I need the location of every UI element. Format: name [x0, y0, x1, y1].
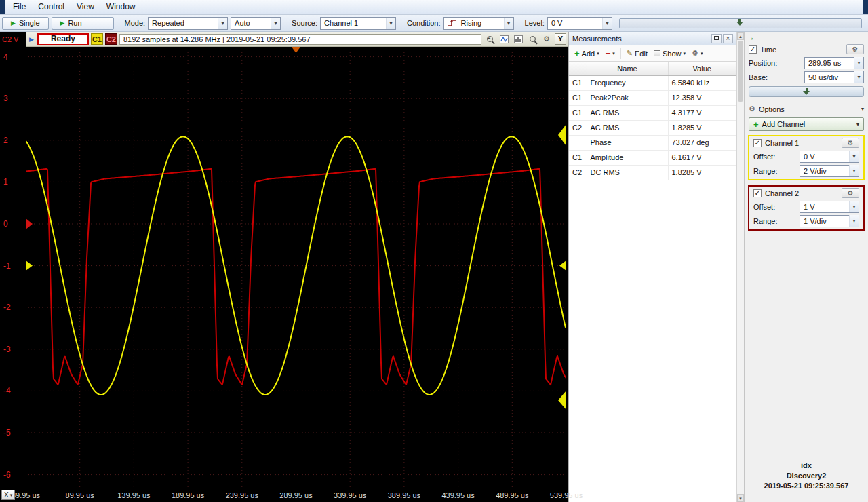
channel1-group: ✓ Channel 1 ⚙ Offset: 0 V ▾ Range: 2 V/d… — [748, 135, 865, 180]
tab-channel1[interactable]: C1 — [91, 33, 103, 45]
options-row[interactable]: ⚙ Options ▾ — [745, 102, 868, 115]
base-label: Base: — [749, 73, 768, 81]
y-axis-button[interactable]: Y — [555, 33, 566, 45]
channel1-header: ✓ Channel 1 ⚙ — [749, 136, 863, 149]
collapse-arrow-icon[interactable]: ▶ — [28, 36, 35, 43]
condition-select[interactable]: Rising ▾ — [443, 17, 514, 30]
channel1-offset-row: Offset: 0 V ▾ — [749, 149, 863, 163]
slider-marker-icon[interactable] — [736, 19, 743, 26]
measurements-title: Measurements — [572, 35, 622, 43]
vertical-scrollbar[interactable]: ▲ ▼ — [736, 32, 744, 502]
zoom-in-icon[interactable]: + — [484, 33, 496, 45]
trigger-auto-select[interactable]: Auto ▾ — [231, 17, 281, 30]
measurement-row[interactable]: C1Peak2Peak12.358 V — [569, 90, 736, 105]
measurement-row[interactable]: C2AC RMS1.8285 V — [569, 120, 736, 135]
measurements-table: Name Value C1Frequency6.5840 kHzC1Peak2P… — [569, 62, 736, 180]
channel2-range-row: Range: 1 V/div ▾ — [749, 214, 863, 228]
trigger-level-slider[interactable] — [619, 18, 862, 28]
time-position-input[interactable]: 289.95 us ▾ — [804, 57, 864, 69]
device-timestamp: 2019-05-21 09:25:39.567 — [745, 481, 868, 491]
add-measurement-button[interactable]: + Add ▾ — [572, 47, 602, 60]
scope-panel: C2 V ▶ Ready C1 C2 8192 samples at 14.28… — [0, 32, 568, 502]
measurement-value: 1.8285 V — [668, 120, 736, 135]
time-checkbox[interactable]: ✓ — [749, 45, 757, 54]
divider — [620, 48, 621, 59]
menu-file[interactable]: File — [7, 0, 32, 14]
time-settings-button[interactable]: ⚙ — [846, 44, 864, 54]
y-tick-label: -1 — [3, 261, 24, 271]
mode-select[interactable]: Repeated ▾ — [148, 17, 228, 30]
measurement-name: AC RMS — [587, 105, 668, 120]
panel-collapse-arrow-icon[interactable]: → — [747, 33, 755, 42]
add-channel-button[interactable]: + Add Channel ▾ — [749, 117, 864, 131]
channel1-checkbox[interactable]: ✓ — [753, 139, 762, 147]
y-tick-label: -6 — [3, 470, 24, 480]
channel1-label: Channel 1 — [765, 139, 799, 147]
status-badge: Ready — [37, 33, 89, 45]
channel1-offset-input[interactable]: 0 V ▾ — [800, 151, 859, 163]
y-tick-label: -4 — [3, 386, 24, 395]
channel2-range-input[interactable]: 1 V/div ▾ — [800, 215, 859, 227]
device-name: idx — [745, 461, 868, 471]
chevron-down-icon: ▾ — [854, 71, 863, 83]
channel2-settings-button[interactable]: ⚙ — [842, 188, 859, 198]
measurement-row[interactable]: C1Frequency6.5840 kHz — [569, 75, 736, 90]
channel2-offset-input[interactable]: 1 V ▾ — [800, 201, 859, 213]
edit-measurement-button[interactable]: ✎ Edit — [624, 47, 650, 60]
zoom-icon[interactable] — [526, 33, 538, 45]
window-edge-right — [863, 0, 868, 14]
tab-channel2[interactable]: C2 — [105, 33, 117, 45]
channel1-settings-button[interactable]: ⚙ — [842, 138, 859, 148]
scope-plot[interactable]: 43210-1-2-3-4-5-6 — [0, 47, 568, 488]
device-model: Discovery2 — [745, 471, 868, 481]
channel2-checkbox[interactable]: ✓ — [753, 189, 762, 197]
scroll-down-icon[interactable]: ▼ — [737, 494, 744, 502]
measurement-ch: C2 — [569, 165, 587, 180]
value-column-header: Value — [668, 62, 736, 75]
scrollbar-thumb[interactable] — [738, 41, 743, 102]
measurement-row[interactable]: C1AC RMS4.3177 V — [569, 105, 736, 120]
single-button[interactable]: ▶ Single — [2, 17, 49, 30]
level-input[interactable]: 0 V ▾ — [547, 17, 612, 30]
waveform-canvas[interactable] — [26, 47, 566, 488]
mode-label: Mode: — [125, 19, 146, 27]
close-icon[interactable]: × — [723, 34, 733, 43]
measurement-row[interactable]: C1Amplitude6.1617 V — [569, 150, 736, 165]
run-button[interactable]: ▶ Run — [52, 17, 114, 30]
scroll-up-icon[interactable]: ▲ — [737, 32, 744, 40]
y-tick-label: 2 — [3, 136, 24, 145]
channel1-range-input[interactable]: 2 V/div ▾ — [800, 165, 859, 177]
plot-settings-gear-icon[interactable]: ⚙ — [540, 33, 553, 45]
offset-label: Offset: — [753, 153, 775, 161]
menu-window[interactable]: Window — [100, 0, 142, 14]
x-axis-button[interactable]: X ▾ — [1, 490, 15, 500]
channel2-offset-row: Offset: 1 V ▾ — [749, 199, 863, 214]
measurement-row[interactable]: C2DC RMS1.8285 V — [569, 165, 736, 180]
time-base-row: Base: 50 us/div ▾ — [745, 70, 868, 84]
source-select[interactable]: Channel 1 ▾ — [320, 17, 396, 30]
gear-icon: ⚙ — [749, 104, 755, 113]
x-tick-label: 289.95 us — [273, 491, 320, 499]
time-base-input[interactable]: 50 us/div ▾ — [804, 71, 864, 83]
panel-top-strip: → — [745, 32, 868, 43]
measurements-settings-button[interactable]: ⚙ ▾ — [689, 47, 705, 60]
device-info: idx Discovery2 2019-05-21 09:25:39.567 — [745, 461, 868, 491]
x-tick-label: 539.95 us — [542, 491, 590, 499]
measurement-ch — [569, 135, 587, 150]
measurement-ch: C2 — [569, 120, 587, 135]
menu-control[interactable]: Control — [32, 0, 71, 14]
plot-style-icon[interactable] — [498, 33, 510, 45]
measurement-value: 6.5840 kHz — [668, 75, 736, 90]
float-panel-icon[interactable] — [711, 34, 722, 43]
x-tick-label: 139.95 us — [110, 491, 157, 499]
remove-measurement-button[interactable]: − ▾ — [603, 47, 618, 60]
time-position-scrollbar[interactable] — [749, 86, 864, 97]
measurement-row[interactable]: Phase73.027 deg — [569, 135, 736, 150]
channel-column-header — [569, 62, 587, 75]
histogram-icon[interactable] — [512, 33, 524, 45]
menu-view[interactable]: View — [71, 0, 100, 14]
show-measurement-button[interactable]: Show ▾ — [651, 47, 688, 60]
chevron-down-icon: ▾ — [849, 215, 859, 227]
chevron-down-icon: ▾ — [849, 201, 859, 212]
measurement-name: Amplitude — [587, 150, 668, 165]
